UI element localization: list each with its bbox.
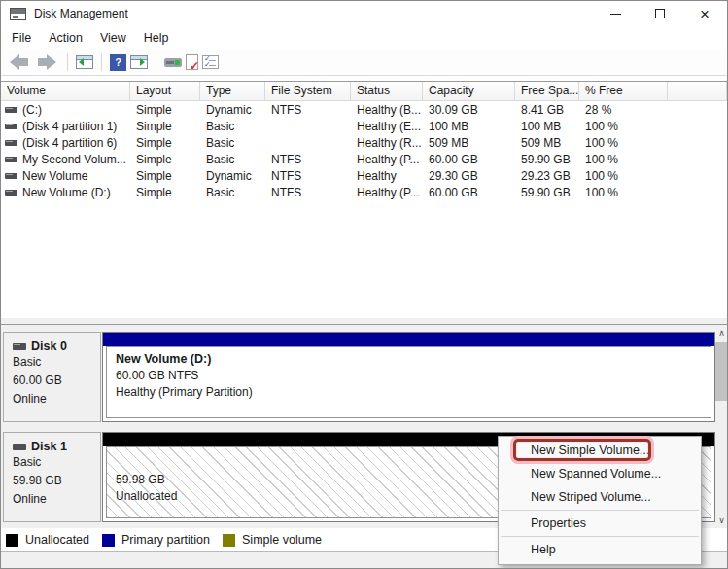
volume-icon: [5, 157, 17, 162]
volume-icon: [5, 173, 17, 179]
maximize-icon: [655, 9, 665, 18]
cell-layout: Simple: [130, 103, 200, 117]
minimize-button[interactable]: [593, 1, 638, 26]
column-header-pct-free[interactable]: % Free: [579, 82, 668, 101]
disk0-volume-color-band: [103, 333, 714, 346]
scroll-up-button[interactable]: ∧: [715, 325, 728, 340]
cell-fs: NTFS: [265, 186, 351, 199]
menu-item-new-spanned-volume[interactable]: New Spanned Volume...: [499, 462, 701, 485]
legend-simple-volume: Simple volume: [223, 533, 322, 547]
device-button[interactable]: [162, 51, 184, 74]
disk0-volume-title: New Volume (D:): [116, 350, 711, 368]
cell-type: Basic: [200, 186, 265, 199]
cell-layout: Simple: [130, 153, 200, 166]
cell-type: Basic: [200, 120, 265, 133]
menu-item-new-striped-volume[interactable]: New Striped Volume...: [499, 485, 701, 509]
volume-list: Volume Layout Type File System Status Ca…: [1, 81, 727, 317]
menu-help[interactable]: Help: [135, 28, 178, 48]
task-list-icon: ✓✓: [202, 55, 219, 69]
cell-layout: Simple: [130, 120, 200, 133]
scrollbar-thumb[interactable]: [715, 342, 728, 401]
forward-button[interactable]: [33, 51, 61, 74]
table-row[interactable]: My Second Volum... Simple Basic NTFS Hea…: [1, 151, 727, 167]
minimize-icon: [610, 14, 621, 15]
disk0-volume-health: Healthy (Primary Partition): [116, 384, 711, 401]
disk0-volume-bar[interactable]: New Volume (D:) 60.00 GB NTFS Healthy (P…: [102, 332, 715, 422]
cell-status: Healthy (P...: [351, 153, 423, 166]
task-list-button[interactable]: ✓✓: [200, 51, 221, 74]
disk0-card[interactable]: Disk 0 Basic 60.00 GB Online: [3, 332, 101, 422]
table-row[interactable]: (Disk 4 partition 1) Simple Basic Health…: [1, 118, 727, 134]
menu-item-properties[interactable]: Properties: [499, 512, 701, 535]
menu-item-help[interactable]: Help: [499, 538, 701, 561]
cell-type: Basic: [200, 153, 265, 166]
cell-status: Healthy (P...: [351, 186, 423, 199]
cell-type: Dynamic: [200, 169, 265, 183]
close-icon: ×: [700, 6, 710, 22]
cell-status: Healthy (B...: [351, 103, 423, 117]
cell-layout: Simple: [130, 186, 200, 199]
table-row[interactable]: New Volume (D:) Simple Basic NTFS Health…: [1, 184, 727, 200]
action-pane-button[interactable]: [128, 51, 150, 74]
volume-icon: [5, 124, 17, 129]
menu-view[interactable]: View: [91, 28, 135, 48]
cell-free: 29.23 GB: [515, 169, 579, 183]
column-header-file-system[interactable]: File System: [265, 82, 351, 101]
check-document-icon: ✓: [186, 54, 198, 70]
menu-separator: [501, 510, 699, 511]
disk-icon: [13, 444, 26, 450]
column-header-status[interactable]: Status: [351, 82, 423, 101]
maximize-button[interactable]: [638, 1, 682, 26]
window-title: Disk Management: [34, 7, 128, 20]
disk0-volume-size: 60.00 GB NTFS: [116, 368, 711, 384]
column-header-type[interactable]: Type: [200, 82, 265, 101]
toolbar-separator: [67, 53, 68, 71]
menu-action[interactable]: Action: [40, 28, 91, 48]
table-row[interactable]: New Volume Simple Dynamic NTFS Healthy 2…: [1, 167, 727, 184]
cell-type: Dynamic: [200, 103, 265, 117]
cell-fs: NTFS: [265, 153, 351, 166]
check-disk-button[interactable]: ✓: [184, 51, 200, 74]
back-button[interactable]: [5, 51, 33, 74]
context-menu: New Simple Volume... New Spanned Volume.…: [498, 436, 702, 565]
disk-icon: [13, 343, 26, 350]
column-header-capacity[interactable]: Capacity: [423, 82, 515, 101]
menu-item-new-simple-volume[interactable]: New Simple Volume...: [499, 439, 701, 462]
legend-label: Simple volume: [242, 533, 322, 547]
legend-label: Primary partition: [121, 533, 210, 547]
cell-capacity: 60.00 GB: [423, 186, 515, 199]
title-bar: Disk Management ×: [1, 1, 727, 26]
volume-icon: [5, 190, 17, 196]
column-header-layout[interactable]: Layout: [130, 82, 200, 101]
cell-volume: My Second Volum...: [22, 153, 126, 166]
disk1-kind: Basic: [13, 453, 100, 472]
forward-icon: [38, 54, 56, 70]
menu-separator: [501, 536, 699, 537]
column-header-free-space[interactable]: Free Spa...: [515, 82, 579, 101]
close-button[interactable]: ×: [682, 1, 727, 26]
legend-label: Unallocated: [25, 533, 89, 547]
disk1-size: 59.98 GB: [13, 472, 100, 490]
disk1-card[interactable]: Disk 1 Basic 59.98 GB Online: [3, 432, 101, 522]
cell-layout: Simple: [130, 136, 200, 150]
column-header-filler: [668, 82, 727, 101]
cell-fs: NTFS: [265, 169, 351, 183]
help-button[interactable]: ?: [108, 51, 128, 74]
console-tree-button[interactable]: [74, 51, 95, 74]
scroll-down-button[interactable]: ∨: [715, 513, 728, 528]
disk-management-window: Disk Management × File Action View Help …: [0, 0, 728, 569]
cell-volume: New Volume (D:): [22, 186, 111, 199]
column-header-volume[interactable]: Volume: [1, 82, 130, 101]
cell-free: 59.90 GB: [515, 186, 579, 199]
cell-pct: 100 %: [579, 169, 668, 183]
cell-free: 509 MB: [515, 136, 579, 150]
pane-splitter[interactable]: [1, 317, 727, 325]
cell-capacity: 60.00 GB: [423, 153, 515, 166]
menu-file[interactable]: File: [3, 28, 40, 48]
disk0-block: Disk 0 Basic 60.00 GB Online New Volume …: [1, 332, 727, 422]
cell-status: Healthy (R...: [351, 136, 423, 150]
app-icon: [10, 8, 26, 20]
table-row[interactable]: (C:) Simple Dynamic NTFS Healthy (B... 3…: [1, 101, 727, 118]
cell-pct: 100 %: [579, 186, 668, 199]
table-row[interactable]: (Disk 4 partition 6) Simple Basic Health…: [1, 134, 727, 151]
